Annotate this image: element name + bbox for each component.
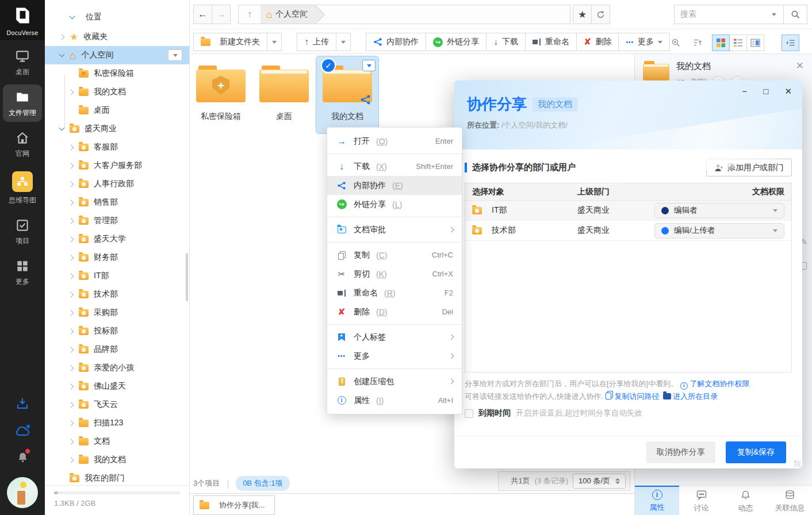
chevron-right-icon[interactable] [449,335,454,340]
rail-item-4[interactable]: 项目 [3,213,42,250]
expire-checkbox[interactable] [465,409,473,418]
chevron-right-icon[interactable] [68,181,74,187]
tree-item-19[interactable]: 佛山盛天 [45,377,189,395]
panel-tab-2[interactable]: 动态 [723,486,768,515]
tree-item-13[interactable]: IT部 [45,267,189,285]
tree-item-8[interactable]: 人事行政部 [45,175,189,193]
download-manager-icon[interactable] [16,397,29,412]
cancel-share-button[interactable]: 取消协作分享 [646,441,715,463]
tree-item-6[interactable]: 客服部 [45,138,189,156]
tree-item-18[interactable]: 亲爱的小孩 [45,359,189,377]
panel-close-icon[interactable]: ✕ [796,60,804,72]
permission-select[interactable]: 编辑/上传者 [654,223,784,239]
rail-item-3[interactable]: 思维导图 [3,166,42,209]
file-tile-1[interactable]: 桌面 [253,56,315,133]
chevron-right-icon[interactable] [68,402,74,408]
menu-item-13[interactable]: 个人标签 [327,328,462,347]
tree-item-1[interactable]: ⌂个人空间 [45,46,189,64]
permission-row-1[interactable]: 技术部盛天商业编辑/上传者 [465,221,791,241]
tree-item-9[interactable]: 销售部 [45,193,189,212]
chevron-right-icon[interactable] [68,144,74,150]
view-grid-button[interactable] [712,34,730,51]
tree-item-14[interactable]: 技术部 [45,285,189,303]
menu-item-16[interactable]: 创建压缩包 [327,372,462,391]
tree-item-0[interactable]: ★收藏夹 [45,28,189,46]
chevron-right-icon[interactable] [68,420,74,426]
menu-item-3[interactable]: 内部协作(E) [327,176,462,195]
chevron-down-icon[interactable] [59,52,65,57]
chevron-right-icon[interactable] [68,310,74,316]
view-columns-button[interactable] [746,34,764,51]
search-box[interactable]: 搜索 [674,5,807,24]
user-avatar[interactable] [7,477,38,508]
toolbar-0-button[interactable]: 新建文件夹 [193,33,267,51]
chevron-right-icon[interactable] [68,199,74,205]
tree-item-10[interactable]: 管理部 [45,212,189,230]
rail-item-2[interactable]: 官网 [3,125,42,163]
menu-item-2[interactable]: ↓下载(X)Shift+Enter [327,157,462,176]
rail-item-1[interactable]: 文件管理 [3,84,42,122]
cloud-sync-icon[interactable] [13,424,32,439]
copy-path-link[interactable]: 复制访问路径 [606,392,660,401]
dialog-maximize-icon[interactable]: □ [763,86,768,97]
learn-permission-link[interactable]: i 了解文档协作权限 [680,379,750,388]
search-scope-caret-icon[interactable] [772,13,776,16]
menu-item-9[interactable]: ✂剪切(K)Ctrl+X [327,264,462,283]
tree-item-11[interactable]: 盛天大学 [45,230,189,248]
forward-button[interactable]: → [212,5,231,24]
tree-item-3[interactable]: 我的文档 [45,83,189,101]
toolbar-1-dropdown[interactable] [336,33,351,51]
search-button[interactable] [784,9,807,20]
toolbar-4-button[interactable]: ↓下载 [486,33,526,51]
chevron-right-icon[interactable] [449,353,454,359]
resize-handle[interactable] [794,460,800,467]
menu-item-6[interactable]: 文档审批 [327,220,462,239]
menu-item-8[interactable]: 复制(C)Ctrl+C [327,245,462,264]
permission-row-0[interactable]: IT部盛天商业编辑者 [465,201,791,221]
menu-item-17[interactable]: i属性(I)Alt+I [327,391,462,410]
rail-item-5[interactable]: 更多 [3,253,42,291]
chevron-right-icon[interactable] [68,457,74,463]
copy-save-button[interactable]: 复制&保存 [726,441,786,463]
menu-item-11[interactable]: ✘删除(D)Del [327,302,462,321]
tree-item-15[interactable]: 采购部 [45,303,189,322]
chevron-right-icon[interactable] [68,236,74,242]
menu-item-4[interactable]: ↪外链分享(L) [327,195,462,214]
breadcrumb[interactable]: ⌂ 个人空间 [261,5,315,24]
tree-item-5[interactable]: 盛天商业 [45,120,189,138]
chevron-right-icon[interactable] [68,255,74,260]
toolbar-0-dropdown[interactable] [267,33,282,51]
toolbar-6-button[interactable]: ✘删除 [576,33,619,51]
zoom-icon[interactable] [668,35,683,50]
chevron-right-icon[interactable] [68,218,74,224]
tree-scrollbar[interactable] [186,253,188,301]
up-button[interactable]: ↑ [239,9,261,20]
chevron-right-icon[interactable] [68,273,74,279]
tree-item-4[interactable]: 桌面 [45,101,189,120]
panel-tab-1[interactable]: 讨论 [679,486,723,515]
tree-item-20[interactable]: 飞天云 [45,395,189,414]
chevron-right-icon[interactable] [59,34,65,40]
rail-item-0[interactable]: 桌面 [3,44,42,81]
tree-section-location[interactable]: 位置 [45,7,189,28]
file-tile-2[interactable]: ✓我的文档 [316,56,378,133]
tree-item-2[interactable]: 私密保险箱 [45,64,189,83]
tree-item-dropdown[interactable] [168,49,182,61]
menu-item-14[interactable]: •••更多 [327,347,462,366]
toolbar-2-button[interactable]: 内部协作 [366,33,426,51]
page-size-select[interactable]: 100 条/页 [573,474,626,489]
search-input[interactable]: 搜索 [680,9,772,20]
chevron-right-icon[interactable] [449,227,454,233]
taskbar-item[interactable]: 协作分享[我... [193,495,275,515]
menu-item-0[interactable]: →打开(O)Enter [327,132,462,151]
chevron-right-icon[interactable] [449,379,454,385]
toolbar-7-button[interactable]: •••更多 [618,33,670,51]
goto-directory-link[interactable]: 进入所在目录 [661,392,718,401]
tree-item-16[interactable]: 投标部 [45,322,189,340]
chevron-right-icon[interactable] [68,89,74,95]
panel-tab-3[interactable]: 关联信息 [768,486,812,515]
toolbar-3-button[interactable]: ↪外链分享 [426,33,487,51]
chevron-right-icon[interactable] [68,163,74,168]
favorite-button[interactable]: ★ [573,5,592,24]
toolbar-1-button[interactable]: ↑上传 [297,33,336,51]
